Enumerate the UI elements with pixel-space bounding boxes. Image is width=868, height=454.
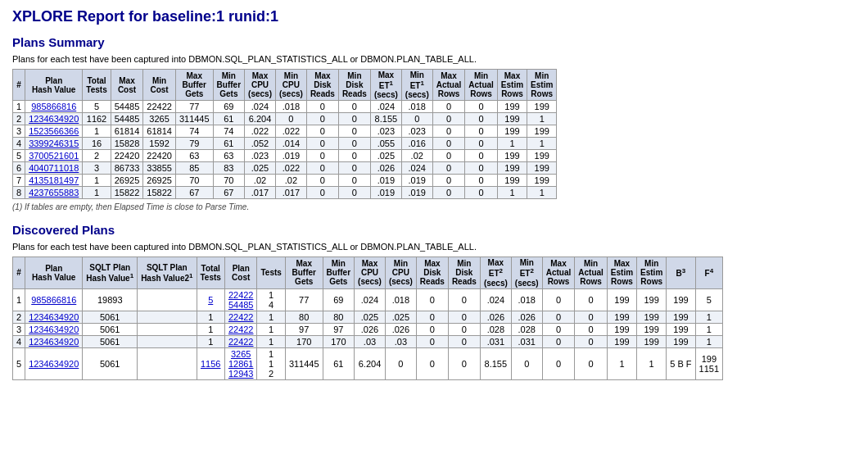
plan-cost-link[interactable]: 54485 [228,300,254,310]
dcol-tests: Tests [257,257,285,288]
plans-summary-description: Plans for each test have been captured i… [12,54,856,64]
table-cell: 1 [13,101,25,113]
table-cell: .031 [511,335,542,347]
table-cell: 0 [448,288,480,311]
table-cell: 199 [637,335,667,347]
total-tests-link[interactable]: 1156 [201,359,220,369]
plan-hash-link[interactable]: 1234634920 [29,114,79,124]
dcol-min-et2: MinET2(secs) [511,257,542,288]
table-cell: 1 [527,187,557,199]
plan-cost-link[interactable]: 12943 [228,369,254,379]
table-cell: 199 [527,101,557,113]
table-cell: 79 [175,138,213,150]
table-cell: .023 [401,125,432,138]
table-cell: 199 [607,335,636,347]
table-cell: 74 [175,125,213,138]
table-cell: 170 [323,335,354,347]
table-cell: 0 [575,311,608,323]
table-cell: 0 [306,175,338,187]
table-cell: 2 [13,311,25,323]
table-cell: 0 [432,101,465,113]
table-cell: 77 [175,101,213,113]
col-min-buf-gets: MinBufferGets [213,70,244,101]
plan-cost-link[interactable]: 22422 [228,325,254,334]
col-total-tests: TotalTests [83,70,111,101]
table-cell: 6.204 [245,113,276,125]
table-cell: .023 [245,150,276,162]
table-cell: 985866816 [25,288,83,311]
table-cell: 0 [432,162,465,175]
plan-hash-link[interactable]: 985866816 [31,102,76,111]
table-cell: .03 [385,335,416,347]
dcol-max-act: MaxActualRows [542,257,575,288]
table-cell: 67 [213,187,244,199]
table-cell: 1 [695,335,722,347]
table-cell: 8.155 [370,113,401,125]
table-cell: 3265 [143,113,176,125]
table-cell: 0 [432,113,465,125]
plan-hash-link[interactable]: 4135181497 [29,175,79,185]
table-cell: 6 [13,162,25,175]
table-cell: 0 [465,187,498,199]
table-cell: 85 [175,162,213,175]
plan-hash-link[interactable]: 985866816 [31,295,76,305]
table-cell: 19893 [83,288,138,311]
plan-cost-link[interactable]: 22422 [228,337,254,347]
table-row: 31234634920506112242219797.026.02600.028… [13,323,723,335]
table-cell: .031 [480,335,511,347]
plan-hash-link[interactable]: 1234634920 [29,337,79,347]
table-cell: 0 [416,288,448,311]
plan-hash-link[interactable]: 3700521601 [29,151,79,161]
table-cell: 199 [667,323,695,335]
table-cell: 1 [695,323,722,335]
total-tests-link[interactable]: 5 [208,295,213,305]
table-cell: 0 [448,347,480,379]
table-cell: .022 [275,162,306,175]
plan-hash-link[interactable]: 4237655883 [29,188,79,197]
table-cell: 97 [285,323,323,335]
discovered-plans-table: # PlanHash Value SQLT PlanHash Value1 SQ… [12,257,723,379]
table-cell [138,323,197,335]
dcol-max-est: MaxEstimRows [607,257,636,288]
col-max-cpu: MaxCPU(secs) [245,70,276,101]
table-cell: 63 [175,150,213,162]
table-cell: 0 [542,311,575,323]
plan-hash-link[interactable]: 4040711018 [29,163,79,173]
plan-cost-link[interactable]: 3265 [231,349,251,359]
table-cell: .018 [401,101,432,113]
plan-hash-link[interactable]: 3399246315 [29,138,79,148]
col-max-actual: MaxActualRows [432,70,465,101]
plan-cost-link[interactable]: 22422 [228,312,254,322]
table-cell: 2 [13,113,25,125]
table-cell: 26925 [111,175,143,187]
plan-hash-link[interactable]: 1523566366 [29,126,79,136]
table-cell: 61814 [143,125,176,138]
dcol-max-disk: MaxDiskReads [416,257,448,288]
table-cell: .018 [511,288,542,311]
table-cell: 311445 [175,113,213,125]
table-cell: 1234634920 [25,323,83,335]
table-cell: 199 [497,150,527,162]
table-cell: 0 [511,347,542,379]
table-cell: 4 [13,335,25,347]
plan-cost-link[interactable]: 22422 [228,290,254,300]
plan-hash-link[interactable]: 1234634920 [29,312,79,322]
table-cell: .026 [370,162,401,175]
plan-hash-link[interactable]: 1234634920 [29,359,79,369]
plan-cost-link[interactable]: 12861 [228,359,254,369]
table-cell: 7 [13,175,25,187]
table-cell: .026 [511,311,542,323]
col-hash: PlanHash Value [25,70,83,101]
table-cell: 0 [465,125,498,138]
dcol-num: # [13,257,25,288]
table-cell: .018 [385,288,416,311]
table-cell: 61 [213,138,244,150]
table-row: 21234634920506112242218080.025.02500.026… [13,311,723,323]
col-max-cost: MaxCost [111,70,143,101]
table-cell: 199 [527,150,557,162]
plan-hash-link[interactable]: 1234634920 [29,325,79,334]
table-cell [138,335,197,347]
table-cell: 5061 [83,311,138,323]
col-min-cpu: MinCPU(secs) [275,70,306,101]
table-cell: 22420 [111,150,143,162]
